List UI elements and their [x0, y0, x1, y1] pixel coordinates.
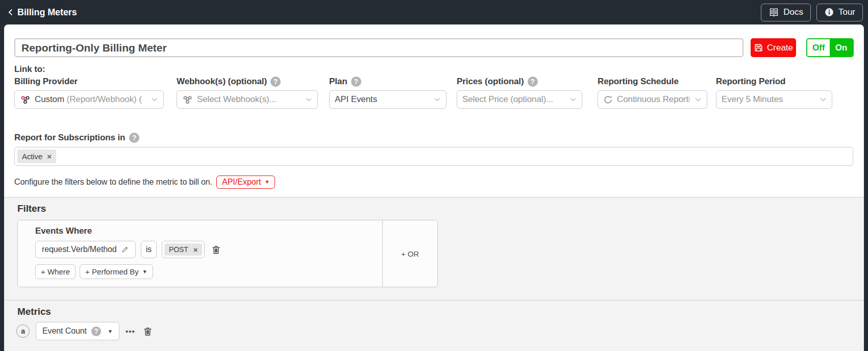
caret-down-icon: ▼ — [108, 329, 113, 334]
billing-provider-label: Billing Provider — [14, 76, 164, 87]
toggle-on-option[interactable]: On — [830, 39, 853, 56]
subscription-states-input[interactable]: Active × — [14, 147, 853, 166]
billing-provider-select[interactable]: Custom (Report/Webhook) ( — [14, 90, 164, 109]
add-where-button[interactable]: + Where — [35, 264, 76, 279]
billing-provider-hint: (Report/Webhook) ( — [67, 94, 142, 104]
reporting-schedule-field: Reporting Schedule Continuous Reporting — [598, 76, 707, 109]
billing-provider-value: Custom — [35, 94, 64, 104]
delete-filter-button[interactable] — [210, 243, 222, 256]
events-where-title: Events Where — [35, 226, 377, 236]
webhook-icon — [20, 94, 31, 105]
close-icon[interactable]: × — [47, 153, 52, 160]
api-export-label: API/Export — [222, 178, 261, 187]
prices-select[interactable]: Select Price (optional)... — [457, 90, 582, 109]
metrics-section: Metrics a Event Count ? ▼ ••• — [4, 300, 864, 351]
billing-meter-editor-card: Create Off On Link to: Billing Provider — [4, 24, 864, 351]
billing-provider-field: Billing Provider Custom (Report/Webhook)… — [14, 76, 164, 109]
reporting-schedule-value: Continuous Reporting — [617, 94, 689, 105]
trash-icon — [142, 326, 153, 337]
webhooks-field: Webhook(s) (optional) ? Select Webhook(s… — [177, 76, 318, 109]
chevron-left-icon — [6, 8, 15, 17]
help-icon[interactable]: ? — [129, 133, 139, 143]
filter-operator-button[interactable]: is — [141, 241, 157, 258]
book-icon — [768, 7, 779, 18]
top-navbar: Billing Meters Docs Tour — [0, 0, 868, 24]
tag-label: Active — [22, 152, 42, 161]
reporting-period-field: Reporting Period Every 5 Minutes — [716, 76, 832, 109]
chevron-down-icon — [568, 95, 578, 104]
docs-button-label: Docs — [783, 7, 803, 17]
create-button-label: Create — [767, 43, 793, 53]
create-button[interactable]: Create — [751, 38, 797, 57]
chevron-down-icon — [433, 95, 442, 104]
toggle-off-option[interactable]: Off — [807, 39, 830, 56]
filter-group: Events Where request.Verb/Method is POST… — [17, 220, 438, 287]
filter-value-tag: POST × — [164, 243, 202, 256]
caret-down-icon: ▼ — [264, 180, 269, 185]
docs-button[interactable]: Docs — [761, 4, 811, 21]
caret-down-icon: ▼ — [142, 269, 147, 274]
trash-icon — [211, 244, 221, 255]
edit-icon — [121, 245, 129, 254]
add-performed-by-button[interactable]: + Performed By ▼ — [80, 264, 153, 279]
help-icon[interactable]: ? — [351, 77, 361, 87]
reporting-period-select[interactable]: Every 5 Minutes — [716, 90, 832, 109]
info-icon — [824, 7, 834, 17]
help-icon[interactable]: ? — [270, 77, 281, 87]
chevron-down-icon — [304, 95, 313, 104]
webhooks-label: Webhook(s) (optional) ? — [177, 76, 318, 87]
prices-label: Prices (optional) ? — [457, 76, 582, 87]
chevron-down-icon — [819, 95, 828, 104]
tour-button[interactable]: Tour — [816, 4, 863, 21]
close-icon[interactable]: × — [193, 246, 198, 254]
add-or-button[interactable]: + OR — [382, 220, 437, 287]
plan-field: Plan ? API Events — [329, 76, 447, 109]
configure-hint-text: Configure the filters below to define th… — [14, 178, 212, 187]
filters-heading: Filters — [17, 203, 854, 214]
prices-field: Prices (optional) ? Select Price (option… — [457, 76, 582, 109]
webhook-icon — [182, 94, 193, 105]
meter-name-input[interactable] — [14, 38, 743, 57]
webhooks-select[interactable]: Select Webhook(s)... — [177, 90, 318, 109]
metric-type-select[interactable]: Event Count ? ▼ — [36, 322, 119, 340]
reporting-schedule-select[interactable]: Continuous Reporting — [598, 90, 707, 109]
metrics-heading: Metrics — [17, 306, 854, 317]
filters-section: Filters Events Where request.Verb/Method… — [4, 197, 864, 300]
enabled-toggle: Off On — [806, 38, 854, 57]
prices-placeholder: Select Price (optional)... — [462, 94, 564, 105]
back-to-billing-meters-link[interactable]: Billing Meters — [6, 7, 77, 18]
plan-select[interactable]: API Events — [329, 90, 447, 109]
help-icon[interactable]: ? — [528, 77, 538, 87]
link-to-heading: Link to: — [14, 64, 854, 74]
metric-badge: a — [16, 324, 30, 338]
help-icon[interactable]: ? — [91, 327, 101, 336]
tour-button-label: Tour — [838, 7, 855, 17]
plan-label: Plan ? — [329, 76, 447, 87]
plan-value: API Events — [335, 94, 429, 105]
metric-type-value: Event Count — [42, 327, 87, 336]
filter-field-button[interactable]: request.Verb/Method — [35, 241, 136, 258]
chevron-down-icon — [693, 95, 703, 104]
api-export-button[interactable]: API/Export ▼ — [216, 176, 275, 189]
reporting-period-value: Every 5 Minutes — [722, 94, 814, 105]
continuous-sync-icon — [603, 95, 613, 105]
chevron-down-icon — [150, 95, 159, 104]
subscriptions-label: Report for Subscriptions in ? — [14, 133, 854, 143]
back-link-label: Billing Meters — [17, 7, 77, 18]
delete-metric-button[interactable] — [141, 325, 154, 338]
reporting-period-label: Reporting Period — [716, 76, 832, 87]
subscription-state-tag: Active × — [17, 149, 56, 163]
metric-more-options-button[interactable]: ••• — [126, 327, 135, 336]
filter-value-input[interactable]: POST × — [162, 241, 205, 258]
save-icon — [754, 43, 763, 53]
reporting-schedule-label: Reporting Schedule — [598, 76, 707, 87]
webhooks-placeholder: Select Webhook(s)... — [197, 94, 300, 105]
